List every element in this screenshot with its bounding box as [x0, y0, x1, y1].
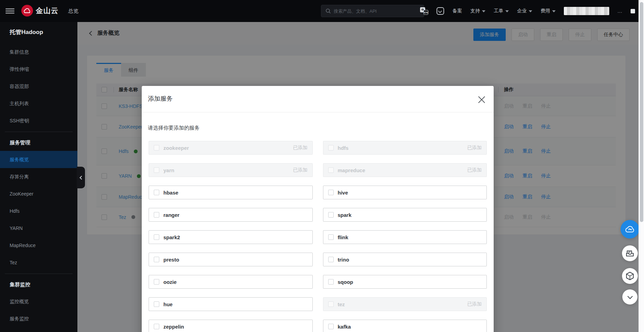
modal-title: 添加服务 [148, 95, 173, 103]
cube-icon [626, 272, 634, 280]
service-checkbox[interactable] [328, 257, 334, 262]
added-badge: 已添加 [467, 145, 482, 151]
caret-down-icon [482, 10, 485, 12]
panel-icon[interactable] [631, 9, 635, 13]
service-option-kafka[interactable]: kafka [323, 320, 487, 332]
service-option-zeppelin[interactable]: zeppelin [149, 320, 313, 332]
nav-item-2[interactable]: 工单 [494, 8, 509, 14]
service-checkbox[interactable] [154, 212, 159, 218]
service-option-hue[interactable]: hue [149, 297, 313, 311]
account-name-redacted[interactable] [564, 7, 609, 15]
brand-name: 金山云 [36, 6, 58, 15]
scrollbar-thumb[interactable] [640, 2, 643, 222]
close-icon[interactable] [478, 96, 485, 103]
service-option-hbase[interactable]: hbase [149, 186, 313, 199]
service-checkbox[interactable] [328, 279, 334, 285]
service-option-yarn: yarn 已添加 [149, 163, 313, 177]
translate-icon[interactable]: 中 EN [420, 7, 428, 15]
service-checkbox [328, 167, 334, 173]
divider [5, 132, 73, 132]
added-badge: 已添加 [293, 145, 308, 151]
service-checkbox[interactable] [154, 190, 159, 195]
nav-item-3[interactable]: 企业 [517, 8, 532, 14]
divider [5, 274, 73, 274]
add-service-modal: 添加服务 请选择你要添加的服务 zookeeper 已添加 hdfs 已添加 y… [142, 86, 494, 332]
added-badge: 已添加 [467, 167, 482, 173]
menu-icon[interactable] [6, 7, 14, 15]
sidebar-item[interactable]: YARN [0, 220, 77, 237]
float-cloud-assistant-button[interactable] [621, 220, 639, 239]
service-checkbox[interactable] [154, 279, 159, 285]
brand-logo-cloud-icon [21, 5, 33, 16]
service-checkbox [154, 145, 159, 151]
service-option-zookeeper: zookeeper 已添加 [149, 141, 313, 155]
sidebar-item[interactable]: SSH密钥 [0, 112, 77, 129]
caret-down-icon [529, 10, 532, 12]
sidebar-group-title: 服务管理 [0, 134, 77, 151]
service-option-flink[interactable]: flink [323, 230, 487, 244]
sidebar-item[interactable]: 服务概览 [0, 151, 77, 168]
search-icon [325, 8, 331, 14]
service-option-trino[interactable]: trino [323, 253, 487, 266]
search-box[interactable] [321, 5, 424, 17]
service-option-mapreduce: mapreduce 已添加 [323, 163, 487, 177]
float-message-button[interactable] [622, 245, 638, 261]
service-option-sqoop[interactable]: sqoop [323, 275, 487, 289]
float-resources-button[interactable] [622, 268, 638, 284]
modal-prompt: 请选择你要添加的服务 [148, 125, 200, 131]
arrow-left-icon [79, 176, 83, 179]
service-option-ranger[interactable]: ranger [149, 208, 313, 222]
nav-item-0[interactable]: 备案 [452, 8, 462, 14]
service-checkbox[interactable] [328, 234, 334, 240]
service-option-presto[interactable]: presto [149, 253, 313, 266]
service-checkbox [328, 145, 334, 151]
inbox-icon [626, 249, 634, 257]
caret-down-icon [552, 10, 556, 12]
brand[interactable]: 金山云 [21, 5, 58, 16]
sidebar-group-title: 集群监控 [0, 276, 77, 293]
service-checkbox[interactable] [328, 190, 334, 195]
sidebar-item[interactable]: 服务监控 [0, 310, 77, 327]
sidebar-item[interactable]: 主机列表 [0, 95, 77, 112]
nav-item-4[interactable]: 费用 [540, 8, 556, 14]
sidebar-item[interactable]: MapReduce [0, 237, 77, 254]
chevron-down-icon [627, 294, 633, 299]
service-option-spark2[interactable]: spark2 [149, 230, 313, 244]
account-ellipsis: ... [618, 9, 622, 14]
search-input[interactable] [334, 9, 413, 14]
sidebar: 托管Hadoop 集群信息弹性伸缩容器混部主机列表SSH密钥服务管理服务概览存算… [0, 22, 77, 332]
added-badge: 已添加 [293, 167, 308, 173]
service-option-hive[interactable]: hive [323, 186, 487, 199]
service-option-spark[interactable]: spark [323, 208, 487, 222]
float-collapse-button[interactable] [622, 289, 637, 305]
nav-overview-link[interactable]: 总览 [68, 8, 78, 14]
sidebar-item[interactable]: 集群信息 [0, 43, 77, 60]
service-checkbox[interactable] [328, 212, 334, 218]
service-checkbox [328, 301, 334, 307]
service-checkbox[interactable] [154, 234, 159, 240]
sidebar-collapse-handle[interactable] [77, 167, 85, 188]
service-option-tez: tez 已添加 [323, 297, 487, 311]
sidebar-item[interactable]: 监控概览 [0, 293, 77, 310]
modal-header: 添加服务 [142, 86, 494, 112]
page-scrollbar[interactable] [638, 0, 644, 332]
sidebar-item[interactable]: ZooKeeper [0, 185, 77, 202]
sidebar-item[interactable]: Hdfs [0, 202, 77, 220]
service-checkbox[interactable] [328, 324, 334, 329]
service-option-oozie[interactable]: oozie [149, 275, 313, 289]
sidebar-item[interactable]: Tez [0, 254, 77, 271]
service-checkbox[interactable] [154, 324, 159, 329]
service-checkbox[interactable] [154, 301, 159, 307]
top-nav: 金山云 总览 中 EN 备案支持工单企业费用 ... [0, 0, 644, 22]
mail-icon[interactable] [437, 7, 444, 15]
service-option-hdfs: hdfs 已添加 [323, 141, 487, 155]
nav-item-1[interactable]: 支持 [470, 8, 485, 14]
sidebar-item[interactable]: 容器混部 [0, 78, 77, 95]
sidebar-title: 托管Hadoop [0, 22, 77, 38]
cloud-icon [625, 225, 635, 233]
added-badge: 已添加 [467, 301, 482, 307]
sidebar-item[interactable]: 弹性伸缩 [0, 60, 77, 78]
sidebar-item[interactable]: 事件监控 [0, 327, 77, 332]
service-checkbox[interactable] [154, 257, 159, 262]
sidebar-item[interactable]: 存算分离 [0, 168, 77, 185]
